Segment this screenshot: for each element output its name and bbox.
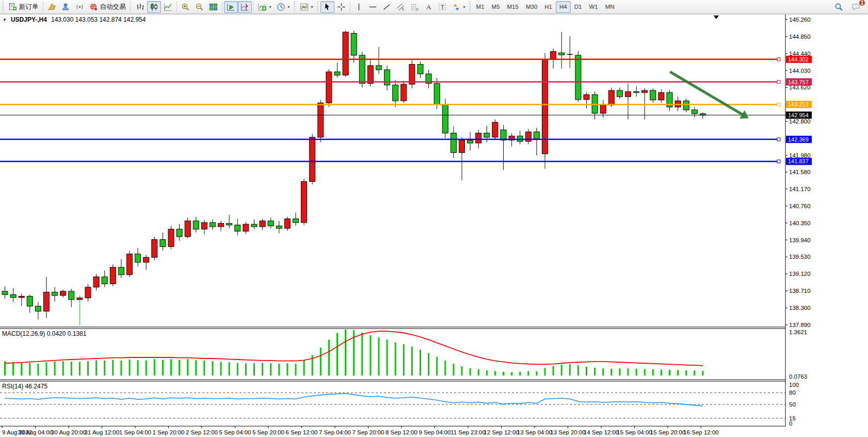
candlestick [19, 296, 24, 298]
timeframe-m30-button[interactable]: M30 [522, 1, 541, 13]
autotrade-button-label: 自动交易 [100, 3, 126, 11]
new-order-button[interactable]: 新订单 [6, 1, 41, 13]
chevron-down-icon[interactable]: ▼ [3, 18, 7, 22]
autotrade-button[interactable]: 自动交易 [87, 1, 128, 13]
timeframe-d1-button[interactable]: D1 [571, 1, 586, 13]
rsi-scale-label: 100 [789, 382, 799, 388]
timeframe-m1-button[interactable]: M1 [473, 1, 488, 13]
candlestick [476, 133, 481, 143]
price-tick-label: 144.030 [789, 68, 811, 74]
level-line-handle[interactable] [777, 138, 780, 141]
community-button[interactable] [59, 1, 73, 13]
candlestick [93, 277, 99, 287]
labelT-icon: T [438, 3, 447, 11]
search-icon [834, 3, 843, 11]
line-chart-button[interactable] [161, 1, 175, 13]
candlestick [468, 140, 473, 143]
down-triangle-marker [714, 15, 719, 19]
price-tick-label: 138.710 [789, 288, 811, 294]
candlestick [692, 110, 697, 114]
price-tick-label: 145.260 [789, 17, 811, 23]
timeframe-h1-button[interactable]: H1 [541, 1, 556, 13]
search-button[interactable] [832, 1, 846, 13]
time-tick-label: 16 Sep 12:00 [683, 429, 718, 435]
trendline-button[interactable] [380, 1, 394, 13]
vline-icon [355, 3, 363, 11]
timeframe-mn-button[interactable]: MN [602, 1, 618, 13]
candle-chart-button[interactable] [147, 1, 161, 13]
timeframe-w1-button[interactable]: W1 [585, 1, 601, 13]
indicators-button[interactable]: ▾ [255, 1, 274, 13]
candlestick [334, 72, 340, 75]
chart-ohlc-values: 143.030 143.053 142.874 142.954 [51, 16, 146, 23]
macd-scale-bottom: 0.0763 [789, 373, 807, 380]
price-label-text: 143.212 [788, 101, 809, 107]
templates-button[interactable]: ▾ [297, 1, 316, 13]
candlestick [135, 254, 141, 262]
chevron-down-icon: ▾ [463, 5, 465, 9]
price-chart-canvas[interactable]: 145.260144.850144.440144.030143.620142.8… [0, 14, 868, 437]
timeframe-h4-button[interactable]: H4 [556, 1, 571, 13]
candlestick [168, 229, 174, 247]
horizontal-line-button[interactable] [366, 1, 380, 13]
level-line-handle[interactable] [777, 81, 780, 84]
candlestick [227, 223, 232, 225]
tile-windows-button[interactable] [206, 1, 220, 13]
crosshair-icon [337, 3, 346, 11]
candlestick [343, 32, 348, 75]
yellow-pointer-icon [47, 3, 56, 11]
time-tick-label: 31 Aug 12:00 [85, 429, 120, 435]
timeframe-m15-button[interactable]: M15 [504, 1, 522, 13]
chart-symbol-title: USDJPY-,H4 [11, 16, 47, 23]
candlestick [218, 223, 224, 226]
candlestick [501, 130, 506, 140]
time-tick-label: 8 Sep 12:00 [385, 429, 417, 435]
candlestick [600, 105, 606, 113]
cursor-button[interactable] [320, 1, 334, 13]
chart-title-row: ▼ USDJPY-,H4 143.030 143.053 142.874 142… [3, 16, 146, 23]
candlestick [409, 65, 415, 84]
time-tick-label: 13 Sep 04:00 [517, 429, 552, 435]
zoom-out-button[interactable] [192, 1, 206, 13]
price-tick-label: 139.120 [789, 271, 811, 277]
chart-shift-button[interactable] [238, 1, 252, 13]
candlestick [326, 72, 332, 103]
time-tick-label: 30 Aug 04:00 [18, 429, 53, 435]
notifications-button[interactable]: 1 [849, 1, 863, 13]
candlestick [575, 55, 581, 100]
candles-icon [150, 3, 158, 11]
candlestick [376, 66, 382, 70]
candlestick [276, 226, 282, 228]
bar-chart-button[interactable] [133, 1, 147, 13]
candlestick [351, 33, 357, 55]
zoom-in-button[interactable] [179, 1, 192, 13]
candlestick [384, 70, 390, 85]
auto-scroll-button[interactable] [224, 1, 238, 13]
rsi-scale-label: 0 [789, 420, 792, 427]
level-line-handle[interactable] [777, 160, 780, 163]
crosshair-button[interactable] [334, 1, 348, 13]
candlestick [127, 254, 133, 275]
signals-button[interactable] [73, 1, 87, 13]
channel-button[interactable]: E [394, 1, 408, 13]
fibonacci-button[interactable]: F [408, 1, 422, 13]
chart-window[interactable]: 145.260144.850144.440144.030143.620142.8… [0, 14, 868, 437]
level-line-handle[interactable] [777, 58, 780, 61]
trend-arrow-annotation[interactable] [671, 72, 744, 115]
level-line-handle[interactable] [777, 103, 780, 106]
candlestick [459, 140, 465, 152]
style-pointer-button[interactable] [45, 1, 59, 13]
timeframe-m5-button[interactable]: M5 [488, 1, 504, 13]
chevron-down-icon: ▾ [288, 5, 290, 9]
periods-button[interactable]: ▾ [274, 1, 293, 13]
arrows-button[interactable]: ▾ [449, 1, 468, 13]
text-button[interactable]: A [422, 1, 436, 13]
candlestick [260, 221, 265, 227]
trend-icon [382, 3, 391, 11]
vertical-line-button[interactable] [352, 1, 366, 13]
price-tick-label: 141.580 [789, 169, 811, 175]
text-label-button[interactable]: T [436, 1, 449, 13]
time-tick-label: 2 Sep 12:00 [186, 429, 218, 435]
candlestick [235, 225, 240, 231]
candlestick [176, 229, 182, 237]
